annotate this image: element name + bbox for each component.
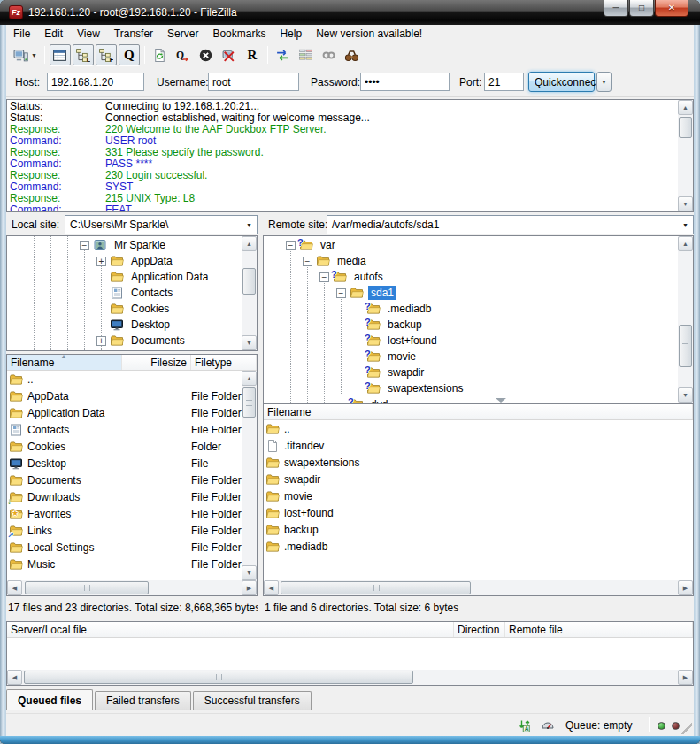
scroll-up-icon[interactable]: ▲ <box>678 100 693 115</box>
remote-tree-item-media[interactable]: −media <box>264 253 678 269</box>
local-file-row-desktop[interactable]: DesktopFile <box>7 455 242 472</box>
file-search-button[interactable] <box>342 44 363 65</box>
scroll-left-icon[interactable]: ◀ <box>264 580 279 595</box>
scrollbar-thumb[interactable] <box>679 325 692 367</box>
scroll-down-icon[interactable]: ▼ <box>242 335 257 350</box>
speed-limits-button[interactable] <box>319 44 340 65</box>
local-file-row-favorites[interactable]: ★FavoritesFile Folder <box>7 505 242 522</box>
remote-file-row-swapdir[interactable]: swapdir <box>264 471 693 487</box>
column-header-direction[interactable]: Direction <box>454 622 505 637</box>
column-header-filename[interactable]: Filename▲ <box>7 355 122 370</box>
collapse-icon[interactable]: − <box>336 288 346 298</box>
menu-new-version-available[interactable]: New version available! <box>309 26 429 42</box>
menu-edit[interactable]: Edit <box>37 26 70 42</box>
menu-view[interactable]: View <box>70 26 107 42</box>
column-header-filename[interactable]: Filename <box>264 404 693 419</box>
toggle-local-tree-button[interactable]: L <box>73 44 94 65</box>
local-tree-item-cookies[interactable]: Cookies <box>7 301 242 317</box>
remote-file-row-mediadb[interactable]: .mediadb <box>264 538 693 555</box>
local-tree-item-application-data[interactable]: Application Data <box>7 269 242 285</box>
refresh-button[interactable] <box>150 44 171 65</box>
remote-tree-item-sda1[interactable]: −sda1 <box>264 285 678 301</box>
scrollbar-thumb[interactable] <box>242 268 256 295</box>
local-file-row-downloads[interactable]: ↓DownloadsFile Folder <box>7 488 242 505</box>
remote-file-row-lost-found[interactable]: lost+found <box>264 504 693 521</box>
scrollbar-thumb[interactable] <box>679 117 692 138</box>
collapse-icon[interactable]: − <box>319 272 329 282</box>
maximize-button[interactable]: □ <box>629 0 654 17</box>
collapse-icon[interactable]: − <box>80 241 89 250</box>
quickconnect-dropdown-button[interactable]: ▼ <box>596 72 612 92</box>
site-manager-button[interactable]: ▼ <box>11 44 40 65</box>
host-input[interactable] <box>47 73 144 91</box>
local-file-row-application-data[interactable]: Application DataFile Folder <box>7 404 242 421</box>
remote-tree-item-movie[interactable]: ?movie <box>264 349 678 364</box>
remote-tree-item-swapextensions[interactable]: ?swapextensions <box>264 380 678 396</box>
scroll-left-icon[interactable]: ◀ <box>7 670 22 685</box>
remote-tree-item-mediadb[interactable]: ?.mediadb <box>264 301 678 317</box>
expand-icon[interactable]: + <box>96 257 106 266</box>
scroll-down-icon[interactable]: ▼ <box>678 387 693 403</box>
directory-comparison-button[interactable] <box>296 44 317 65</box>
local-file-row-[interactable]: .. <box>7 371 242 387</box>
scroll-left-icon[interactable]: ◀ <box>7 580 22 595</box>
column-header-filetype[interactable]: Filetype <box>191 355 257 370</box>
local-tree-item-downloads[interactable]: +↓Downloads <box>7 349 242 350</box>
scroll-down-icon[interactable]: ▼ <box>242 565 257 580</box>
remote-tree-item-backup[interactable]: ?backup <box>264 317 678 333</box>
local-file-row-music[interactable]: MusicFile Folder <box>7 556 242 572</box>
local-tree-item-mr-sparkle[interactable]: −Mr Sparkle <box>7 237 242 253</box>
scroll-right-icon[interactable]: ▶ <box>242 580 257 595</box>
collapse-icon[interactable]: − <box>303 257 312 266</box>
local-list-hscrollbar[interactable]: ◀ ▶ <box>7 580 257 595</box>
remote-file-row-movie[interactable]: movie <box>264 487 693 504</box>
menu-transfer[interactable]: Transfer <box>107 26 160 42</box>
toggle-queue-button[interactable]: Q <box>119 44 140 65</box>
local-file-row-links[interactable]: ↗LinksFile Folder <box>7 522 242 539</box>
minimize-button[interactable]: ─ <box>604 0 628 17</box>
tab-failed-transfers[interactable]: Failed transfers <box>95 691 191 710</box>
scroll-down-icon[interactable]: ▼ <box>678 196 693 211</box>
local-file-row-contacts[interactable]: ContactsFile Folder <box>7 421 242 438</box>
scroll-up-icon[interactable]: ▲ <box>242 236 257 251</box>
local-tree-scrollbar[interactable]: ▲ ▼ <box>242 236 257 350</box>
remote-tree-item-dvd[interactable]: ?dvd <box>264 396 678 403</box>
remote-tree-scrollbar[interactable]: ▲ ▼ <box>678 236 693 403</box>
scroll-right-icon[interactable]: ▶ <box>678 580 693 595</box>
scroll-up-icon[interactable]: ▲ <box>242 371 257 386</box>
menu-server[interactable]: Server <box>160 26 205 42</box>
close-button[interactable]: ✕ <box>655 0 688 17</box>
remote-file-row-titandev[interactable]: .titandev <box>264 437 693 454</box>
scroll-up-icon[interactable]: ▲ <box>678 236 693 251</box>
reconnect-button[interactable]: R <box>242 44 263 65</box>
remote-tree-item-autofs[interactable]: −?autofs <box>264 269 678 285</box>
local-file-row-appdata[interactable]: AppDataFile Folder <box>7 387 242 404</box>
local-file-row-documents[interactable]: DocumentsFile Folder <box>7 472 242 488</box>
toggle-remote-tree-button[interactable]: F <box>96 44 117 65</box>
tab-queued-files[interactable]: Queued files <box>6 689 93 710</box>
remote-file-row-backup[interactable]: backup <box>264 521 693 538</box>
chevron-down-icon[interactable]: ▼ <box>31 52 37 58</box>
local-tree-item-documents[interactable]: +Documents <box>7 333 242 349</box>
local-tree-item-contacts[interactable]: Contacts <box>7 285 242 301</box>
username-input[interactable] <box>208 73 299 91</box>
collapse-icon[interactable]: − <box>286 241 296 250</box>
tab-successful-transfers[interactable]: Successful transfers <box>193 691 312 710</box>
menu-file[interactable]: File <box>6 26 37 42</box>
local-site-combobox[interactable]: C:\Users\Mr Sparkle\ ▼ <box>65 215 258 234</box>
scrollbar-thumb[interactable] <box>242 387 256 418</box>
menu-bookmarks[interactable]: Bookmarks <box>205 26 273 42</box>
scrollbar-thumb[interactable] <box>281 581 471 594</box>
queue-hscrollbar[interactable]: ◀ ▶ <box>7 670 693 685</box>
process-queue-button[interactable]: Q <box>173 44 194 65</box>
local-list-scrollbar[interactable]: ▲ ▼ <box>242 371 257 580</box>
remote-tree-item-var[interactable]: −?var <box>264 237 678 253</box>
quickconnect-button[interactable]: Quickconnect <box>528 72 595 92</box>
expand-icon[interactable]: + <box>96 336 106 346</box>
local-tree-item-appdata[interactable]: +AppData <box>7 253 242 269</box>
remote-file-row-[interactable]: .. <box>264 420 693 437</box>
remote-site-combobox[interactable]: /var/media/autofs/sda1 ▼ <box>327 215 694 234</box>
chevron-down-icon[interactable]: ▼ <box>678 222 693 228</box>
cancel-operation-button[interactable] <box>196 44 217 65</box>
disconnect-button[interactable] <box>219 44 240 65</box>
